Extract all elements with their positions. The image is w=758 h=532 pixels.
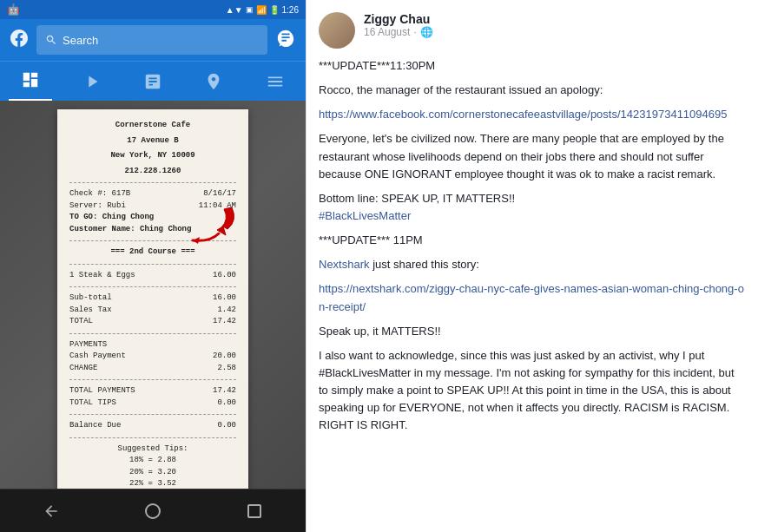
- total-value: 17.42: [213, 316, 236, 328]
- privacy-globe-icon: 🌐: [420, 26, 433, 38]
- divider7: [69, 414, 236, 415]
- restaurant-address: 17 Avenue B: [69, 135, 236, 148]
- clock: 1:26: [282, 5, 299, 15]
- android-icon: 🤖: [7, 3, 20, 16]
- item-price: 16.00: [213, 270, 236, 282]
- tab-nearby[interactable]: [192, 62, 235, 102]
- bottom-line-text: Bottom line: SPEAK UP, IT MATTERS!! #Bla…: [319, 190, 746, 225]
- status-bar-right: ▲▼ ▣ 📶 🔋 1:26: [226, 5, 299, 15]
- facebook-link[interactable]: https://www.facebook.com/cornerstonecafe…: [319, 108, 727, 121]
- search-text: Search: [63, 34, 98, 47]
- recents-button[interactable]: [228, 489, 280, 533]
- tax-value: 1.42: [217, 305, 236, 317]
- signal-icon: ▲▼: [226, 5, 243, 15]
- nextshark-link-label[interactable]: Nextshark: [319, 258, 370, 271]
- post-meta: Ziggy Chau 16 August · 🌐: [364, 12, 433, 38]
- status-bar: 🤖 ▲▼ ▣ 📶 🔋 1:26: [0, 0, 306, 19]
- phone-panel: 🤖 ▲▼ ▣ 📶 🔋 1:26 Search: [0, 0, 306, 532]
- update-heading: ***UPDATE***11:30PM: [319, 57, 746, 75]
- total-payments-label: TOTAL PAYMENTS: [69, 385, 135, 397]
- payments-header: PAYMENTS: [69, 339, 236, 351]
- post-header: Ziggy Chau 16 August · 🌐: [319, 12, 746, 49]
- subtotal-label: Sub-total: [69, 292, 112, 305]
- tip-18: 18% = 2.88: [69, 455, 236, 467]
- cash-label: Cash Payment: [69, 351, 126, 363]
- post-date-text: 16 August: [364, 26, 410, 38]
- restaurant-city: New York, NY 10009: [69, 150, 236, 162]
- total-tips-row: TOTAL TIPS 0.00: [69, 397, 236, 410]
- receipt-area: Cornerstone Cafe 17 Avenue B New York, N…: [0, 101, 306, 489]
- change-label: CHANGE: [69, 363, 97, 375]
- blacklivesmatter-tag[interactable]: #BlackLivesMatter: [319, 209, 411, 222]
- post-date: 16 August · 🌐: [364, 26, 433, 38]
- steak-eggs-row: 1 Steak & Eggs 16.00: [69, 270, 236, 282]
- balance-due-label: Balance Due: [69, 420, 121, 432]
- check-number: Check #: 617B: [69, 188, 130, 200]
- divider8: [69, 437, 236, 438]
- server-name: Server: Rubi: [69, 200, 126, 213]
- receipt-container: Cornerstone Cafe 17 Avenue B New York, N…: [0, 101, 306, 489]
- facebook-logo-icon: [10, 30, 28, 51]
- receipt: Cornerstone Cafe 17 Avenue B New York, N…: [57, 109, 248, 489]
- svg-marker-0: [193, 237, 200, 244]
- divider1: [69, 182, 236, 183]
- balance-due-row: Balance Due 0.00: [69, 420, 236, 432]
- separator-dot: ·: [413, 26, 416, 38]
- total-label: TOTAL: [69, 316, 93, 328]
- battery-icon: 🔋: [269, 5, 280, 15]
- status-bar-left: 🤖: [7, 3, 20, 16]
- avatar-image: [319, 12, 355, 49]
- total-payments-value: 17.42: [213, 385, 236, 397]
- search-input[interactable]: Search: [36, 25, 267, 55]
- post-author[interactable]: Ziggy Chau: [364, 12, 433, 26]
- suggested-tips-header: Suggested Tips:: [69, 443, 236, 456]
- avatar: [319, 12, 355, 49]
- tab-newsfeed[interactable]: [9, 62, 52, 102]
- tax-label: Sales Tax: [69, 305, 112, 317]
- subtotal-row: Sub-total 16.00: [69, 292, 236, 305]
- change-row: CHANGE 2.58: [69, 363, 236, 375]
- cash-value: 20.00: [213, 351, 236, 363]
- nextshark-story-link[interactable]: https://nextshark.com/ziggy-chau-nyc-caf…: [319, 282, 744, 312]
- civilized-text: Everyone, let's be civilized now. There …: [319, 130, 746, 182]
- restaurant-phone: 212.228.1260: [69, 166, 236, 178]
- subtotal-value: 16.00: [213, 292, 236, 305]
- item-name: 1 Steak & Eggs: [69, 270, 135, 282]
- back-button[interactable]: [25, 489, 77, 533]
- home-button[interactable]: [127, 489, 179, 533]
- messenger-icon[interactable]: [276, 29, 295, 52]
- balance-due-value: 0.00: [217, 420, 236, 432]
- tab-menu[interactable]: [254, 62, 297, 102]
- restaurant-name: Cornerstone Cafe: [69, 120, 236, 132]
- tab-video[interactable]: [70, 62, 114, 102]
- fb-link1[interactable]: https://www.facebook.com/cornerstonecafe…: [319, 106, 746, 123]
- divider5: [69, 333, 236, 334]
- cash-row: Cash Payment 20.00: [69, 351, 236, 363]
- apology-text: Rocco, the manager of the restaurant iss…: [319, 82, 746, 99]
- total-payments-row: TOTAL PAYMENTS 17.42: [69, 385, 236, 397]
- nextshark-link-para[interactable]: https://nextshark.com/ziggy-chau-nyc-caf…: [319, 280, 746, 315]
- acknowledge-text: I also want to acknowledge, since this w…: [319, 347, 746, 435]
- total-row: TOTAL 17.42: [69, 316, 236, 328]
- tip-22: 22% = 3.52: [69, 478, 236, 489]
- red-arrow-icon: [175, 199, 241, 259]
- update-11pm: ***UPDATE*** 11PM: [319, 232, 746, 249]
- total-tips-label: TOTAL TIPS: [69, 397, 116, 410]
- tax-row: Sales Tax 1.42: [69, 305, 236, 317]
- speak-up-text: Speak up, it MATTERS!!: [319, 323, 746, 340]
- nextshark-share-text: Nextshark just shared this story:: [319, 256, 746, 273]
- fb-panel: Ziggy Chau 16 August · 🌐 ***UPDATE***11:…: [306, 0, 758, 532]
- tip-20: 20% = 3.20: [69, 467, 236, 479]
- network-type: ▣: [246, 5, 254, 14]
- post-body: ***UPDATE***11:30PM Rocco, the manager o…: [319, 57, 746, 442]
- tab-pages[interactable]: [131, 62, 175, 102]
- divider6: [69, 379, 236, 380]
- bottom-nav: [0, 489, 306, 532]
- search-bar: Search: [0, 19, 306, 61]
- change-value: 2.58: [217, 363, 236, 375]
- total-tips-value: 0.00: [217, 397, 236, 410]
- nav-tabs: [0, 61, 306, 101]
- divider3: [69, 264, 236, 265]
- wifi-icon: 📶: [256, 5, 267, 15]
- divider4: [69, 286, 236, 287]
